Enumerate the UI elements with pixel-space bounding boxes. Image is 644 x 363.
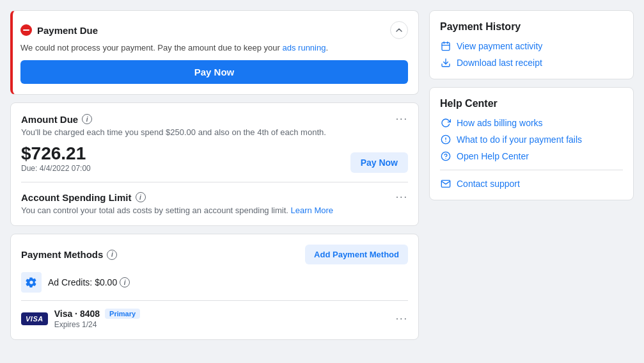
amount-due-header: Amount Due i ···	[21, 113, 408, 125]
email-icon	[440, 178, 452, 190]
account-limit-label: Account Spending Limit	[21, 192, 132, 203]
visa-row: VISA Visa · 8408 Primary Expires 1/24 ··…	[21, 300, 408, 329]
ad-credits-text: Ad Credits: $0.00	[48, 277, 117, 287]
account-limit-info-icon[interactable]: i	[136, 192, 146, 202]
amount-value: $726.21	[21, 145, 91, 163]
open-help-center-link[interactable]: Open Help Center	[440, 150, 623, 162]
primary-badge: Primary	[105, 309, 140, 319]
collapse-button[interactable]	[390, 21, 408, 39]
payment-methods-info-icon[interactable]: i	[107, 250, 117, 260]
payment-due-icon	[20, 24, 32, 36]
payment-methods-header: Payment Methods i Add Payment Method	[21, 245, 408, 264]
amount-due-more-options[interactable]: ···	[396, 113, 408, 125]
view-payment-activity-label: View payment activity	[457, 41, 542, 51]
visa-info: Visa · 8408 Primary Expires 1/24	[54, 309, 389, 329]
pay-now-button-small[interactable]: Pay Now	[350, 152, 408, 173]
payment-due-card: Payment Due We could not process your pa…	[10, 10, 419, 95]
left-column: Payment Due We could not process your pa…	[10, 10, 419, 340]
payment-due-label: Payment Due	[37, 25, 98, 36]
visa-logo: VISA	[21, 312, 48, 325]
payment-due-title: Payment Due	[20, 24, 98, 36]
due-date: Due: 4/4/2022 07:00	[21, 164, 91, 173]
add-payment-method-button[interactable]: Add Payment Method	[305, 245, 408, 264]
download-last-receipt-link[interactable]: Download last receipt	[440, 57, 623, 69]
amount-due-card: Amount Due i ··· You'll be charged each …	[10, 102, 419, 226]
svg-rect-0	[442, 43, 450, 51]
contact-support-link[interactable]: Contact support	[440, 178, 623, 190]
account-limit-header: Account Spending Limit i ···	[21, 191, 408, 203]
payment-methods-card: Payment Methods i Add Payment Method Ad …	[10, 234, 419, 340]
payment-methods-title: Payment Methods i	[21, 249, 117, 260]
help-center-card: Help Center How ads billing works	[429, 87, 634, 200]
view-payment-activity-link[interactable]: View payment activity	[440, 40, 623, 52]
amount-due-info-icon[interactable]: i	[82, 114, 92, 124]
amount-due-label: Amount Due	[21, 114, 78, 125]
divider	[21, 182, 408, 182]
calendar-icon	[440, 40, 452, 52]
gear-icon	[26, 277, 37, 288]
emoji-icon	[440, 134, 452, 145]
payment-fails-label: What to do if your payment fails	[457, 134, 582, 145]
account-limit-title: Account Spending Limit i	[21, 192, 146, 203]
ad-credits-info-icon[interactable]: i	[120, 277, 130, 287]
ad-credits-row: Ad Credits: $0.00 i	[21, 272, 408, 293]
ad-credits-icon	[21, 272, 42, 293]
download-last-receipt-label: Download last receipt	[457, 58, 542, 68]
payment-history-title: Payment History	[440, 21, 623, 33]
ad-credits-label: Ad Credits: $0.00 i	[48, 277, 130, 287]
right-column: Payment History View payment activity	[429, 10, 634, 340]
amount-row: $726.21 Due: 4/4/2022 07:00 Pay Now	[21, 145, 408, 173]
download-icon	[440, 57, 452, 69]
ads-running-link[interactable]: ads running	[283, 43, 326, 52]
how-ads-billing-works-label: How ads billing works	[457, 118, 543, 128]
payment-due-description: We could not process your payment. Pay t…	[20, 43, 408, 52]
refresh-icon	[440, 117, 452, 129]
payment-due-header: Payment Due	[20, 21, 408, 39]
payment-history-card: Payment History View payment activity	[429, 10, 634, 79]
contact-divider	[440, 170, 623, 170]
how-ads-billing-works-link[interactable]: How ads billing works	[440, 117, 623, 129]
contact-support-label: Contact support	[457, 179, 520, 189]
amount-due-description: You'll be charged each time you spend $2…	[21, 127, 408, 137]
amount-info: $726.21 Due: 4/4/2022 07:00	[21, 145, 91, 173]
account-limit-description: You can control your total ads costs by …	[21, 206, 408, 215]
question-icon	[440, 150, 452, 162]
visa-name-row: Visa · 8408 Primary	[54, 309, 389, 319]
help-center-title: Help Center	[440, 98, 623, 109]
visa-card-name: Visa · 8408	[54, 309, 100, 319]
pay-now-button-large[interactable]: Pay Now	[20, 60, 408, 84]
learn-more-link[interactable]: Learn More	[291, 206, 333, 215]
amount-due-title: Amount Due i	[21, 114, 92, 125]
visa-expires: Expires 1/24	[54, 320, 389, 329]
account-limit-more-options[interactable]: ···	[396, 191, 408, 203]
payment-methods-label: Payment Methods	[21, 249, 103, 260]
visa-more-options[interactable]: ···	[396, 313, 408, 325]
payment-fails-link[interactable]: What to do if your payment fails	[440, 134, 623, 145]
open-help-center-label: Open Help Center	[457, 151, 529, 161]
